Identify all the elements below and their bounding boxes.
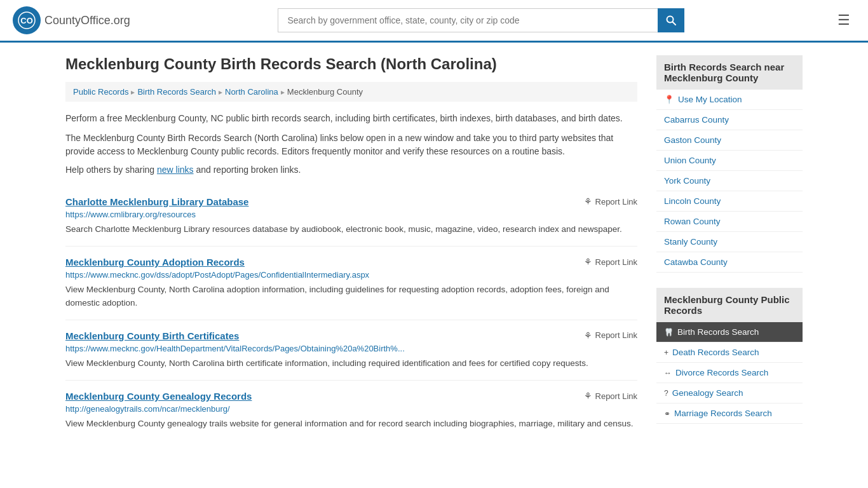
county-label-5: Rowan County <box>664 217 721 226</box>
sidebar-marriage-records[interactable]: ⚭ Marriage Records Search <box>656 403 803 424</box>
sidebar-use-location[interactable]: 📍 Use My Location <box>656 90 803 110</box>
breadcrumb-birth-records[interactable]: Birth Records Search <box>137 87 216 97</box>
result-url-3[interactable]: http://genealogytrails.com/ncar/mecklenb… <box>65 404 637 414</box>
logo-suffix: .org <box>111 14 130 27</box>
search-button[interactable] <box>658 8 684 32</box>
county-label-3: York County <box>664 176 710 186</box>
header-right: ☰ <box>832 10 855 31</box>
broken-link-icon-1: ⚘ <box>584 257 592 267</box>
divorce-records-label: Divorce Records Search <box>675 368 768 377</box>
main-container: Mecklenburg County Birth Records Search … <box>53 43 815 453</box>
result-item-2: Mecklenburg County Birth Certificates ⚘ … <box>65 320 637 381</box>
result-header-0: Charlotte Mecklenburg Library Database ⚘… <box>65 196 637 207</box>
result-title-2[interactable]: Mecklenburg County Birth Certificates <box>65 330 239 341</box>
marriage-label: Marriage Records Search <box>674 409 772 418</box>
results-list: Charlotte Mecklenburg Library Database ⚘… <box>65 186 637 440</box>
genealogy-icon: ? <box>664 389 668 398</box>
result-desc-3: View Mecklenburg County genealogy trails… <box>65 417 637 430</box>
death-records-icon: + <box>664 348 668 357</box>
use-location-label: Use My Location <box>678 95 742 104</box>
result-desc-2: View Mecklenburg County, North Carolina … <box>65 357 637 370</box>
breadcrumb-north-carolina[interactable]: North Carolina <box>225 87 278 97</box>
description-2: The Mecklenburg County Birth Records Sea… <box>65 132 637 158</box>
birth-records-icon: 🦷 <box>664 328 674 337</box>
menu-icon[interactable]: ☰ <box>832 10 855 31</box>
sidebar-cabarrus[interactable]: Cabarrus County <box>656 110 803 130</box>
location-pin-icon: 📍 <box>664 95 674 104</box>
share-pre: Help others by sharing <box>65 165 157 175</box>
report-label-3: Report Link <box>595 391 637 401</box>
result-desc-0: Search Charlotte Mecklenburg Library res… <box>65 223 637 236</box>
share-post: and reporting broken links. <box>194 165 301 175</box>
county-label-2: Union County <box>664 156 716 165</box>
result-header-2: Mecklenburg County Birth Certificates ⚘ … <box>65 330 637 341</box>
divorce-records-icon: ↔ <box>664 369 672 377</box>
logo-name: CountyOffice <box>44 14 111 27</box>
sidebar-lincoln[interactable]: Lincoln County <box>656 191 803 212</box>
search-input[interactable] <box>278 8 658 32</box>
result-header-1: Mecklenburg County Adoption Records ⚘ Re… <box>65 257 637 268</box>
breadcrumb-sep-3: ▸ <box>281 88 285 97</box>
report-link-1[interactable]: ⚘ Report Link <box>584 257 637 267</box>
county-label-1: Gaston County <box>664 135 721 145</box>
genealogy-label: Genealogy Search <box>672 388 743 398</box>
sidebar-catawba[interactable]: Catawba County <box>656 252 803 273</box>
public-records-title: Mecklenburg County Public Records <box>656 288 803 322</box>
breadcrumb: Public Records ▸ Birth Records Search ▸ … <box>65 82 637 102</box>
sidebar-genealogy[interactable]: ? Genealogy Search <box>656 383 803 403</box>
logo-text: CountyOffice.org <box>44 14 130 27</box>
report-link-3[interactable]: ⚘ Report Link <box>584 391 637 401</box>
sidebar-gaston[interactable]: Gaston County <box>656 130 803 151</box>
result-item-3: Mecklenburg County Genealogy Records ⚘ R… <box>65 381 637 440</box>
nearby-section: Birth Records Search near Mecklenburg Co… <box>656 55 803 273</box>
result-item-0: Charlotte Mecklenburg Library Database ⚘… <box>65 186 637 247</box>
result-title-0[interactable]: Charlotte Mecklenburg Library Database <box>65 196 248 207</box>
county-label-4: Lincoln County <box>664 196 721 206</box>
description-1: Perform a free Mecklenburg County, NC pu… <box>65 112 637 125</box>
search-bar <box>278 8 684 32</box>
public-records-section: Mecklenburg County Public Records 🦷 Birt… <box>656 288 803 424</box>
report-label-1: Report Link <box>595 257 637 267</box>
result-header-3: Mecklenburg County Genealogy Records ⚘ R… <box>65 391 637 402</box>
sidebar-death-records[interactable]: + Death Records Search <box>656 342 803 363</box>
county-label-7: Catawba County <box>664 257 728 267</box>
result-title-1[interactable]: Mecklenburg County Adoption Records <box>65 257 245 268</box>
sidebar-rowan[interactable]: Rowan County <box>656 212 803 232</box>
page-title: Mecklenburg County Birth Records Search … <box>65 55 637 73</box>
breadcrumb-sep-2: ▸ <box>219 88 222 97</box>
new-links[interactable]: new links <box>157 165 194 175</box>
result-title-3[interactable]: Mecklenburg County Genealogy Records <box>65 391 252 402</box>
county-label-6: Stanly County <box>664 237 717 247</box>
broken-link-icon-3: ⚘ <box>584 391 592 401</box>
broken-link-icon-2: ⚘ <box>584 330 592 341</box>
result-url-1[interactable]: https://www.mecknc.gov/dss/adopt/PostAdo… <box>65 270 637 280</box>
svg-line-3 <box>673 22 676 25</box>
nearby-list: 📍 Use My Location Cabarrus County Gaston… <box>656 90 803 273</box>
result-url-0[interactable]: https://www.cmlibrary.org/resources <box>65 210 637 219</box>
death-records-label: Death Records Search <box>672 348 759 357</box>
sidebar-york[interactable]: York County <box>656 171 803 191</box>
report-link-2[interactable]: ⚘ Report Link <box>584 330 637 341</box>
logo-icon: CO <box>13 6 41 34</box>
sidebar-divorce-records[interactable]: ↔ Divorce Records Search <box>656 363 803 383</box>
sidebar-stanly[interactable]: Stanly County <box>656 232 803 252</box>
breadcrumb-public-records[interactable]: Public Records <box>73 87 128 97</box>
report-link-0[interactable]: ⚘ Report Link <box>584 196 637 207</box>
breadcrumb-sep-1: ▸ <box>131 88 135 97</box>
result-item-1: Mecklenburg County Adoption Records ⚘ Re… <box>65 247 637 320</box>
marriage-icon: ⚭ <box>664 409 670 418</box>
broken-link-icon-0: ⚘ <box>584 196 592 207</box>
breadcrumb-mecklenburg: Mecklenburg County <box>287 87 363 97</box>
sidebar-birth-records[interactable]: 🦷 Birth Records Search <box>656 322 803 342</box>
search-icon <box>666 15 676 25</box>
sidebar-union[interactable]: Union County <box>656 151 803 171</box>
result-desc-1: View Mecklenburg County, North Carolina … <box>65 283 637 309</box>
sidebar: Birth Records Search near Mecklenburg Co… <box>656 55 803 440</box>
site-header: CO CountyOffice.org ☰ <box>0 0 868 43</box>
result-url-2[interactable]: https://www.mecknc.gov/HealthDepartment/… <box>65 344 637 353</box>
nearby-title: Birth Records Search near Mecklenburg Co… <box>656 55 803 90</box>
svg-text:CO: CO <box>20 16 33 25</box>
public-records-list: 🦷 Birth Records Search + Death Records S… <box>656 322 803 424</box>
county-label-0: Cabarrus County <box>664 115 729 125</box>
logo-area: CO CountyOffice.org <box>13 6 130 34</box>
